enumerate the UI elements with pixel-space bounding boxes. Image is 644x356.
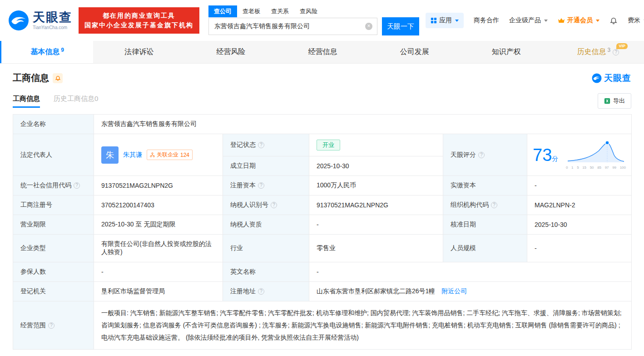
export-label: 导出 [613,97,625,105]
paid-capital-label: 实缴资本 [443,176,527,196]
search-tab-risk[interactable]: 查风险 [294,5,323,17]
tab-operating-risk[interactable]: 经营风险 [185,41,277,63]
taxpayer-qualification-value: - [309,215,443,235]
tab-history-info[interactable]: VIP 历史信息 3 ? [552,41,644,63]
user-menu[interactable]: 费米 [628,16,644,25]
help-icon[interactable]: ? [491,202,497,208]
avatar[interactable]: 朱 [101,146,119,164]
org-code-label: 组织机构代码? [443,196,527,215]
search-tab-boss[interactable]: 查老板 [237,5,266,17]
industry-label: 行业 [223,235,309,262]
nearby-companies-link[interactable]: 附近公司 [441,287,467,295]
reg-address-value: 山东省东营市垦利区郝家镇北二路26号1幢 附近公司 [309,282,632,301]
credit-code-value: 91370521MAG2LNPN2G [94,176,223,196]
search-input[interactable] [209,18,377,35]
tab-intellectual-property[interactable]: 知识产权 [461,41,552,63]
company-name-value: 东营领吉鑫汽车销售服务有限公司 [94,115,632,134]
reg-capital-label: 注册资本? [223,176,309,196]
header: 天眼查 TianYanCha.com 都在用的商业查询工具 国家中小企业发展子基… [0,0,644,41]
score-label: 天眼评分? [443,134,527,176]
tab-company-development[interactable]: 公司发展 [369,41,461,63]
score-axis-labels: 01 515 5085 9799 100 [566,165,626,170]
score-distribution-chart: 01 515 5085 9799 100 [566,140,626,170]
notifications-button[interactable] [609,16,618,25]
taxpayer-id-label: 纳税人识别号? [223,196,309,215]
help-icon[interactable]: ? [74,182,80,189]
reg-number-label: 工商注册号 [13,196,94,215]
org-code-value: MAG2LNPN-2 [527,196,632,215]
promo-banner: 都在用的商业查询工具 国家中小企业发展子基金旗下机构 [79,7,199,34]
logo-subtext: TianYanCha.com [33,25,72,30]
help-icon[interactable]: ? [258,182,264,189]
company-type-label: 企业类型 [13,235,94,262]
table-row: 企业名称 东营领吉鑫汽车销售服务有限公司 [13,115,632,134]
tianyancha-logo-icon [8,10,29,31]
score-cell: 73分 01 515 [527,134,632,176]
tab-basic-info[interactable]: 基本信息 9 [0,41,93,63]
credit-code-label: 统一社会信用代码? [13,176,94,196]
banner-line1: 都在用的商业查询工具 [84,11,193,20]
subtab-count: 0 [94,95,98,102]
reg-authority-label: 登记机关 [13,282,94,301]
search-input-wrap: × [208,18,377,35]
tab-legal-proceedings[interactable]: 法律诉讼 [93,41,185,63]
enterprise-products-menu[interactable]: 企业级产品 [509,16,548,25]
logo-text: 天眼查 [33,11,72,24]
reg-authority-value: 垦利区市场监督管理局 [94,282,223,301]
help-icon[interactable]: ? [478,152,485,158]
tianyancha-logo[interactable]: 天眼查 TianYanCha.com [8,10,72,31]
subtab-business-info[interactable]: 工商信息 [13,95,40,108]
chevron-down-icon [596,20,599,22]
help-icon[interactable]: ? [48,322,54,329]
business-term-value: 2025-10-30 至 无固定期限 [94,215,223,235]
help-icon[interactable]: ? [271,202,277,208]
monitor-bell-button[interactable] [53,73,63,83]
tab-label: 经营信息 [308,47,337,57]
apps-menu-button[interactable]: 应用 [426,13,464,28]
establish-date-label: 成立日期 [223,156,309,176]
subtab-label: 历史工商信息 [54,95,94,102]
related-companies-label: 关联企业 [157,151,178,159]
search-tab-company[interactable]: 查公司 [208,5,237,17]
business-term-label: 营业期限 [13,215,94,235]
search-button[interactable]: 天眼一下 [382,17,419,35]
table-row: 企业类型 有限责任公司(非自然人投资或控股的法人独资) 行业 零售业 人员规模 … [13,235,632,262]
subtab-history-business-info[interactable]: 历史工商信息0 [54,95,98,108]
tab-label: 法律诉讼 [124,47,154,57]
main-nav-tabs: 基本信息 9 法律诉讼 经营风险 经营信息 公司发展 知识产权 VIP 历史信息… [0,41,644,64]
company-type-value: 有限责任公司(非自然人投资或控股的法人独资) [94,235,223,262]
open-vip-menu[interactable]: 开通会员 [558,16,599,25]
search-tab-relation[interactable]: 查关系 [266,5,294,17]
legal-rep-name-link[interactable]: 朱其谦 [123,151,142,159]
search-row: × 天眼一下 [208,17,419,35]
staff-size-value: - [527,235,632,262]
establish-date-value: 2025-10-30 [309,156,443,176]
status-badge: 开业 [317,140,340,150]
open-vip-label: 开通会员 [567,16,593,25]
table-row: 经营范围? 一般项目: 汽车销售; 新能源汽车整车销售; 汽车零配件零售; 汽车… [13,301,632,350]
approval-date-label: 核准日期 [443,215,527,235]
industry-value: 零售业 [309,235,443,262]
business-cooperation-label: 商务合作 [474,16,499,25]
table-row: 营业期限 2025-10-30 至 无固定期限 纳税人资质 - 核准日期 202… [13,215,632,235]
help-icon[interactable]: ? [258,288,264,295]
tab-label: 知识产权 [492,47,521,57]
business-cooperation-link[interactable]: 商务合作 [474,16,499,25]
export-button[interactable]: 导出 [598,93,631,109]
chevron-down-icon [544,20,548,22]
company-name-label: 企业名称 [13,115,94,134]
crown-icon [558,18,565,23]
legal-rep-cell: 朱 朱其谦 关联企业 124 [94,134,223,176]
page-title: 工商信息 [13,72,49,84]
related-companies-badge[interactable]: 关联企业 124 [147,150,193,160]
help-icon[interactable]: ? [258,142,264,148]
bell-icon [55,75,61,81]
table-row: 工商注册号 370521200147403 纳税人识别号? 91370521MA… [13,196,632,215]
reg-capital-value: 1000万人民币 [309,176,443,196]
tianyancha-logo-icon [592,73,602,83]
clear-icon[interactable]: × [365,23,372,30]
help-icon[interactable]: ? [613,49,619,55]
reg-status-value: 开业 [309,134,443,156]
apps-menu-label: 应用 [439,16,452,25]
tab-operating-info[interactable]: 经营信息 [277,41,368,63]
